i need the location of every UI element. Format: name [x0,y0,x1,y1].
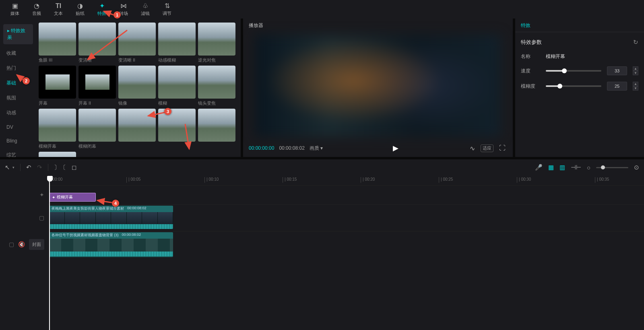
tab-filter[interactable]: ♧滤镜 [134,0,156,18]
zoom-fit-icon[interactable]: ⊙ [634,164,639,171]
video-track-2[interactable]: 各种信号干扰视频素材视频覆盖物背景 (3) 00:00:08:02 [48,231,644,258]
effect-item[interactable]: 模糊 [158,66,196,106]
category-basic[interactable]: 基础 [0,76,36,91]
player-viewport[interactable] [243,32,513,139]
effect-thumb[interactable] [78,23,116,56]
split-tool[interactable]: 〕〔 [54,164,66,171]
effect-track-head: ✦ [0,185,48,204]
tab-sticker[interactable]: ◑贴纸 [69,0,91,18]
effect-thumb[interactable] [39,66,76,99]
effect-thumb[interactable] [198,66,235,99]
effect-thumb[interactable] [118,66,156,99]
effect-thumb[interactable] [158,109,196,142]
tab-effects[interactable]: ✦特效 [91,0,113,18]
category-ambiance[interactable]: 氛围 [0,91,36,105]
fit-button[interactable]: 适应 [481,144,493,152]
zoom-slider[interactable] [596,167,628,168]
effect-thumb[interactable] [198,109,235,142]
video-clip-2[interactable]: 各种信号干扰视频素材视频覆盖物背景 (3) 00:00:08:02 [49,232,173,257]
reset-button[interactable]: ↻ [633,39,638,46]
timeline-content[interactable]: | 00:00| 00:05| 00:10| 00:15| 00:20| 00:… [48,175,644,330]
effect-track[interactable]: ✦ 模糊开幕 [48,185,644,204]
magnet-sub-icon[interactable]: ▥ [559,164,565,171]
effect-item[interactable] [158,109,196,149]
effect-item[interactable]: 鱼眼 III [39,23,76,63]
effect-item[interactable]: 变清晰 II [118,23,156,63]
play-button[interactable]: ▶ [393,144,398,153]
speed-slider[interactable] [546,70,601,72]
effect-thumb[interactable]: ⬇ [39,152,76,157]
effect-item[interactable]: ⬇ [39,152,76,157]
effect-thumb[interactable] [118,23,156,56]
align-icon[interactable]: ⊣⊢ [571,164,581,171]
timeline-ruler[interactable]: | 00:00| 00:05| 00:10| 00:15| 00:20| 00:… [48,175,644,185]
zoom-out-icon[interactable]: ○ [587,164,590,171]
effect-label: 镜头变焦 [198,100,235,106]
waveform-icon[interactable]: ∿ [468,144,477,153]
effect-track-icon[interactable]: ✦ [39,192,44,198]
cursor-dropdown[interactable]: ▾ [12,165,14,169]
tab-transition[interactable]: ⋈转场 [113,0,134,18]
redo-button[interactable]: ↷ [37,164,42,171]
playhead[interactable] [49,177,50,330]
category-dynamic[interactable]: 动感 [0,105,36,120]
effect-thumb[interactable] [158,23,196,56]
ruler-tick: | 00:05 [126,177,140,183]
category-variety[interactable]: 综艺 [0,148,36,163]
category-header[interactable]: ▸ 特效效果 [3,24,33,44]
effect-thumb[interactable] [39,23,76,56]
effect-item[interactable]: 开幕 II [78,66,116,106]
category-hot[interactable]: 热门 [0,61,36,76]
speed-up[interactable]: ▲ [633,66,638,71]
effect-clip[interactable]: ✦ 模糊开幕 [49,193,96,202]
mic-icon[interactable]: 🎤 [535,164,543,171]
text-icon: TI [56,2,61,10]
blur-down[interactable]: ▼ [633,86,638,91]
effect-thumb[interactable] [78,109,116,142]
clip1-duration: 00:00:08:02 [127,206,147,212]
effect-item[interactable]: 开幕 [39,66,76,106]
tab-adjust[interactable]: ⇅调节 [156,0,178,18]
effect-item[interactable]: 动感模糊 [158,23,196,63]
effect-thumb[interactable] [158,66,196,99]
blur-input[interactable]: 25 [607,82,627,91]
speed-down[interactable]: ▼ [633,71,638,75]
effect-item[interactable]: 模糊开幕 [39,109,76,149]
timeline-toolbar: ↖ ▾ ↶ ↷ 〕〔 ◻ 🎤 ▦ ▥ ⊣⊢ ○ ⊙ [0,159,644,175]
video-track-1[interactable]: 夜晚晚上黑夜美女剪影街景人物夜景城市素材 00:00:08:02 [48,204,644,231]
effect-item[interactable]: 镜头变焦 [198,66,235,106]
video-clip-1[interactable]: 夜晚晚上黑夜美女剪影街景人物夜景城市素材 00:00:08:02 [49,206,173,229]
mute-icon[interactable]: 🔇 [18,241,25,248]
effect-item[interactable]: 逆光对焦 [198,23,235,63]
undo-button[interactable]: ↶ [26,164,31,171]
overlay-lock-icon[interactable]: ▢ [9,241,14,248]
fullscreen-icon[interactable]: ⛶ [497,144,507,152]
effect-item[interactable]: 模糊闭幕 [78,109,116,149]
crop-tool[interactable]: ◻ [72,164,76,171]
effect-item[interactable]: 变清晰 [78,23,116,63]
speed-input[interactable]: 33 [607,66,627,75]
category-dv[interactable]: DV [0,120,36,134]
video-track-head: ▢ [0,204,48,231]
effect-thumb[interactable] [118,109,156,142]
cover-button[interactable]: 封面 [29,239,44,250]
cursor-tool[interactable]: ↖ [5,164,10,171]
category-bling[interactable]: Bling [0,134,36,148]
props-tab-effects[interactable]: 特效 [515,19,644,32]
time-current: 00:00:00:00 [249,145,274,151]
blur-slider[interactable] [546,85,601,87]
tab-media[interactable]: ▣媒体 [4,0,26,18]
magnet-main-icon[interactable]: ▦ [548,164,554,171]
effect-thumb[interactable] [39,109,76,142]
quality-button[interactable]: 画质 ▾ [310,145,323,152]
effect-thumb[interactable] [78,66,116,99]
effect-thumb[interactable] [198,23,235,56]
effect-item[interactable] [198,109,235,149]
effect-item[interactable]: 镜像 [118,66,156,106]
lock-icon[interactable]: ▢ [39,214,44,221]
blur-up[interactable]: ▲ [633,82,638,86]
category-favorite[interactable]: 收藏 [0,46,36,61]
effect-item[interactable] [118,109,156,149]
tab-audio[interactable]: ◔音频 [26,0,47,18]
tab-text[interactable]: TI文本 [47,0,69,18]
